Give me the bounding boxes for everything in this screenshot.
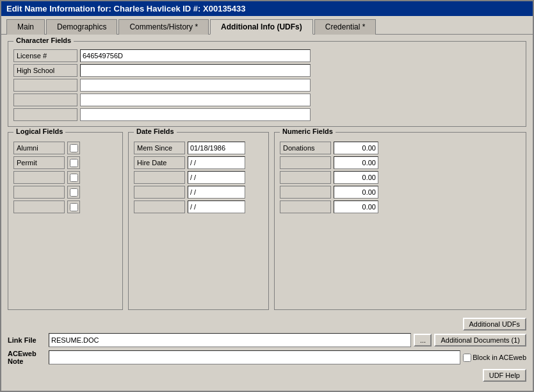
char-row-4	[13, 108, 521, 121]
bottom-right-row: UDF Help	[8, 369, 526, 382]
lf-label-0: Alumni	[13, 142, 65, 154]
char-row-3	[13, 94, 521, 106]
lf-row-1: Permit	[13, 156, 117, 169]
df-row-3	[134, 186, 263, 199]
nf-input-1[interactable]	[334, 156, 378, 169]
nf-row-2	[280, 171, 521, 184]
date-fields-legend: Date Fields	[134, 127, 177, 135]
ace-row: ACEweb Note Block in ACEweb	[8, 350, 526, 365]
char-value-4	[80, 108, 311, 121]
tab-additional-info[interactable]: Additional Info (UDFs)	[210, 19, 313, 35]
lf-check-0[interactable]	[67, 142, 80, 154]
link-file-input[interactable]	[49, 333, 411, 347]
browse-button[interactable]: ...	[414, 334, 432, 347]
nf-label-0: Donations	[280, 142, 331, 154]
char-input-0[interactable]	[80, 49, 311, 62]
char-row-2	[13, 79, 521, 92]
character-fields-group: Character Fields License # High School	[8, 41, 526, 127]
nf-input-3[interactable]	[334, 186, 378, 199]
tab-credential[interactable]: Credential *	[314, 19, 376, 35]
df-input-0[interactable]	[188, 142, 245, 154]
numeric-rows: Donations	[280, 142, 521, 213]
character-fields-legend: Character Fields	[13, 37, 74, 44]
udf-help-button[interactable]: UDF Help	[483, 369, 526, 382]
lf-row-2	[13, 171, 117, 184]
nf-label-3	[280, 186, 331, 199]
bottom-bar: Additional UDFs Link File ... Additional…	[8, 315, 526, 384]
df-label-3	[134, 186, 185, 199]
link-row: Link File ... Additional Documents (1)	[8, 333, 526, 347]
nf-row-1	[280, 156, 521, 169]
additional-udfs-row: Additional UDFs	[8, 318, 526, 331]
bottom-section: Logical Fields Alumni Permit	[8, 132, 526, 310]
char-label-0: License #	[13, 49, 77, 62]
date-fields-group: Date Fields Mem Since Hire Date	[128, 132, 269, 310]
df-input-4[interactable]	[188, 200, 245, 213]
lf-label-2	[13, 171, 65, 184]
ace-note-input[interactable]	[49, 350, 460, 364]
df-row-1: Hire Date	[134, 156, 263, 169]
df-label-2	[134, 171, 185, 184]
df-input-3[interactable]	[188, 186, 245, 199]
tab-comments[interactable]: Comments/History *	[118, 19, 209, 35]
char-label-1: High School	[13, 64, 77, 77]
char-label-2	[13, 79, 77, 92]
nf-input-4[interactable]	[334, 200, 378, 213]
logical-rows: Alumni Permit	[13, 142, 117, 213]
df-row-2	[134, 171, 263, 184]
logical-fields-legend: Logical Fields	[13, 127, 65, 135]
content-area: Character Fields License # High School	[1, 34, 533, 391]
lf-check-2[interactable]	[67, 171, 80, 184]
df-input-1[interactable]	[188, 156, 245, 169]
lf-label-1: Permit	[13, 156, 65, 169]
char-label-3	[13, 94, 77, 106]
lf-label-3	[13, 186, 65, 199]
df-label-4	[134, 200, 185, 213]
title-bar: Edit Name Information for: Charles Havli…	[1, 1, 533, 16]
additional-udfs-button[interactable]: Additional UDFs	[463, 318, 526, 331]
numeric-fields-legend: Numeric Fields	[280, 127, 336, 135]
ace-note-label: ACEweb Note	[8, 350, 46, 365]
nf-row-3	[280, 186, 521, 199]
nf-row-4	[280, 200, 521, 213]
window-title: Edit Name Information for: Charles Havli…	[6, 4, 246, 13]
lf-check-4[interactable]	[67, 200, 80, 213]
df-input-2[interactable]	[188, 171, 245, 184]
lf-check-1[interactable]	[67, 156, 80, 169]
char-label-4	[13, 108, 77, 121]
tab-demographics[interactable]: Demographics	[46, 19, 117, 35]
nf-label-4	[280, 200, 331, 213]
df-row-0: Mem Since	[134, 142, 263, 154]
nf-input-0[interactable]	[334, 142, 378, 154]
link-file-label: Link File	[8, 336, 46, 344]
lf-check-3[interactable]	[67, 186, 80, 199]
lf-label-4	[13, 200, 65, 213]
char-value-3	[80, 94, 311, 106]
char-row-1: High School	[13, 64, 521, 77]
tab-main[interactable]: Main	[6, 19, 45, 35]
char-value-2	[80, 79, 311, 92]
main-window: Edit Name Information for: Charles Havli…	[0, 0, 534, 392]
block-in-aceweb-checkbox[interactable]	[463, 354, 471, 362]
char-row-0: License #	[13, 49, 521, 62]
logical-fields-group: Logical Fields Alumni Permit	[8, 132, 123, 310]
additional-documents-button[interactable]: Additional Documents (1)	[434, 334, 526, 347]
lf-row-3	[13, 186, 117, 199]
block-in-aceweb-label: Block in ACEweb	[463, 354, 526, 362]
numeric-fields-group: Numeric Fields Donations	[274, 132, 526, 310]
nf-input-2[interactable]	[334, 171, 378, 184]
lf-row-0: Alumni	[13, 142, 117, 154]
tab-bar: Main Demographics Comments/History * Add…	[1, 16, 533, 34]
nf-row-0: Donations	[280, 142, 521, 154]
lf-row-4	[13, 200, 117, 213]
df-label-0: Mem Since	[134, 142, 185, 154]
nf-label-2	[280, 171, 331, 184]
char-input-1[interactable]	[80, 64, 311, 77]
char-fields-container: License # High School	[13, 49, 521, 121]
df-row-4	[134, 200, 263, 213]
nf-label-1	[280, 156, 331, 169]
date-rows: Mem Since Hire Date	[134, 142, 263, 213]
df-label-1: Hire Date	[134, 156, 185, 169]
